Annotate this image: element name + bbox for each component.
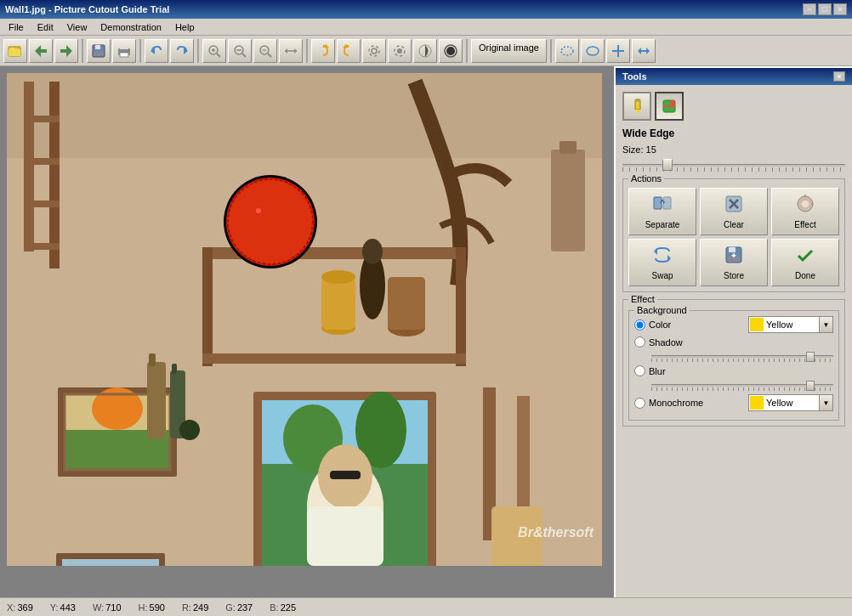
toolbar-sep5 — [466, 39, 468, 63]
svg-rect-71 — [172, 364, 177, 374]
g-label: G: — [225, 602, 236, 613]
shadow-slider-track[interactable] — [651, 351, 833, 363]
toolbar: Original image — [0, 36, 852, 66]
r-value: 249 — [193, 602, 208, 613]
wide-edge-tool-button[interactable] — [655, 92, 684, 121]
toolbar-contrast[interactable] — [413, 39, 437, 63]
toolbar-redo[interactable] — [170, 39, 194, 63]
toolbar-circle-select[interactable] — [555, 39, 579, 63]
monochrome-radio[interactable] — [634, 398, 645, 409]
monochrome-dropdown-arrow[interactable]: ▼ — [819, 395, 832, 410]
color-dropdown-arrow[interactable]: ▼ — [819, 317, 832, 332]
canvas-area[interactable]: Br&thersoft — [0, 66, 614, 597]
blur-radio[interactable] — [634, 365, 645, 376]
svg-point-27 — [372, 48, 377, 54]
separate-button[interactable]: Separate — [628, 188, 696, 235]
svg-rect-48 — [202, 247, 213, 366]
slider-thumb[interactable] — [662, 159, 673, 171]
separate-label: Separate — [645, 220, 680, 229]
toolbar-cross[interactable] — [606, 39, 630, 63]
pencil-tool-button[interactable] — [622, 92, 651, 121]
svg-rect-59 — [321, 277, 355, 330]
svg-point-29 — [397, 48, 402, 54]
toolbar-sep3 — [197, 39, 199, 63]
toolbar-zoom-fit[interactable] — [253, 39, 277, 63]
image-canvas[interactable]: Br&thersoft — [7, 73, 602, 566]
svg-marker-94 — [635, 110, 640, 114]
maximize-button[interactable]: □ — [818, 3, 832, 15]
tools-title: Tools — [622, 71, 647, 82]
menu-file[interactable]: File — [3, 21, 29, 33]
status-bar: X: 369 Y: 443 W: 710 H: 590 R: 249 G: 23… — [0, 597, 852, 616]
watermark: Br&thersoft — [518, 525, 594, 540]
toolbar-arrows[interactable] — [632, 39, 656, 63]
shadow-radio[interactable] — [634, 336, 645, 348]
svg-rect-74 — [62, 559, 159, 566]
toolbar-forward[interactable] — [54, 39, 78, 63]
blur-slider-thumb[interactable] — [806, 381, 815, 391]
toolbar-zoom-out[interactable] — [228, 39, 252, 63]
effect-button[interactable]: Effect — [771, 188, 839, 235]
color-radio[interactable] — [634, 319, 645, 331]
store-button[interactable]: Store — [700, 239, 768, 286]
toolbar-print[interactable] — [112, 39, 136, 63]
svg-point-72 — [179, 420, 200, 440]
toolbar-actual-size[interactable] — [279, 39, 303, 63]
toolbar-open[interactable] — [3, 39, 27, 63]
original-image-button[interactable]: Original image — [471, 39, 547, 63]
done-button[interactable]: Done — [771, 239, 839, 286]
svg-point-34 — [561, 47, 573, 55]
y-coord: Y: 443 — [50, 602, 76, 613]
blur-slider-row[interactable] — [634, 380, 833, 392]
w-value: 710 — [105, 602, 121, 613]
clear-icon — [724, 194, 744, 218]
toolbar-ellipse-select[interactable] — [581, 39, 605, 63]
color-dropdown[interactable]: Yellow ▼ — [748, 316, 833, 333]
svg-marker-4 — [60, 45, 72, 57]
svg-rect-86 — [307, 506, 383, 566]
monochrome-swatch — [750, 396, 764, 410]
color-radio-label: Color — [649, 319, 745, 330]
toolbar-rotate-cw[interactable] — [311, 39, 335, 63]
menu-help[interactable]: Help — [170, 21, 200, 33]
menu-view[interactable]: View — [62, 21, 93, 33]
toolbar-settings1[interactable] — [362, 39, 386, 63]
toolbar-zoom-in[interactable] — [202, 39, 226, 63]
toolbar-settings2[interactable] — [388, 39, 412, 63]
shadow-slider-row[interactable] — [634, 351, 833, 363]
effect-icon — [795, 194, 815, 218]
svg-point-109 — [802, 201, 809, 207]
svg-rect-2 — [10, 48, 14, 50]
b-value-info: B: 225 — [270, 602, 296, 613]
monochrome-radio-row: Monochrome Yellow ▼ — [634, 394, 833, 411]
size-label: Size: 15 — [622, 144, 656, 155]
tools-close-button[interactable]: × — [833, 71, 845, 82]
svg-rect-115 — [729, 247, 736, 252]
window-controls: − □ × — [803, 3, 847, 15]
toolbar-brightness[interactable] — [439, 39, 463, 63]
store-icon — [724, 245, 744, 269]
menu-edit[interactable]: Edit — [32, 21, 59, 33]
toolbar-back[interactable] — [29, 39, 53, 63]
toolbar-save[interactable] — [87, 39, 111, 63]
toolbar-rotate-ccw[interactable] — [337, 39, 361, 63]
menu-demonstration[interactable]: Demonstration — [95, 21, 167, 33]
effect-section: Effect Background Color Yellow ▼ — [622, 299, 845, 427]
shadow-slider-thumb[interactable] — [806, 352, 815, 362]
size-slider-track[interactable] — [622, 158, 845, 172]
svg-rect-7 — [94, 52, 104, 56]
toolbar-undo[interactable] — [145, 39, 168, 63]
minimize-button[interactable]: − — [803, 3, 816, 15]
svg-line-21 — [268, 54, 271, 57]
clear-button[interactable]: Clear — [700, 188, 768, 235]
monochrome-dropdown[interactable]: Yellow ▼ — [748, 394, 833, 411]
svg-rect-96 — [636, 99, 639, 100]
swap-button[interactable]: Swap — [628, 239, 696, 286]
y-value: 443 — [60, 602, 76, 613]
close-button[interactable]: × — [833, 3, 847, 15]
blur-slider-track[interactable] — [651, 380, 833, 392]
action-buttons-grid: Separate Clear — [628, 188, 839, 286]
svg-rect-44 — [24, 158, 60, 165]
tools-body: Wide Edge Size: 15 Actions — [616, 85, 852, 597]
swap-icon — [652, 245, 673, 269]
